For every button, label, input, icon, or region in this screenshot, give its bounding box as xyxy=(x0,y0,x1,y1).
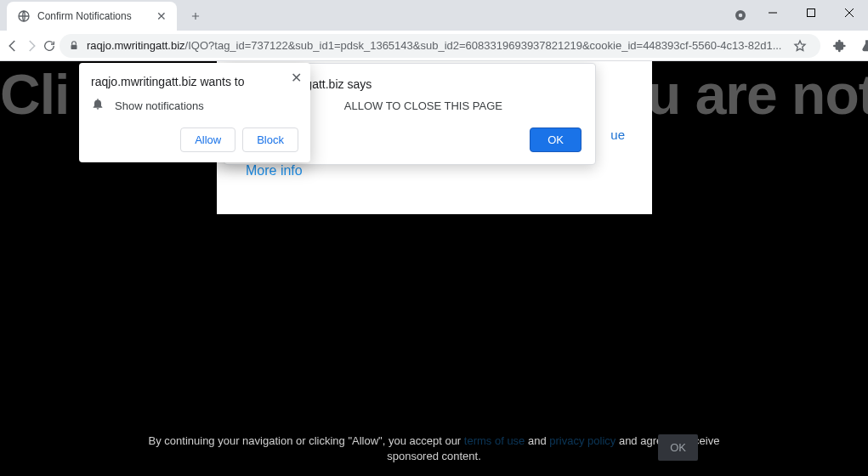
cookie-text: By continuing your navigation or clickin… xyxy=(145,434,723,464)
privacy-policy-link[interactable]: privacy policy xyxy=(549,434,616,447)
terms-of-use-link[interactable]: terms of use xyxy=(464,434,525,447)
allow-button[interactable]: Allow xyxy=(180,128,235,152)
reload-button[interactable] xyxy=(43,34,56,58)
window-controls xyxy=(753,0,868,26)
toolbar-right-icons xyxy=(824,34,868,58)
window-close-button[interactable] xyxy=(830,0,868,26)
profile-indicator-icon[interactable] xyxy=(732,7,749,24)
browser-titlebar: Confirm Notifications ✕ xyxy=(0,0,868,31)
close-icon[interactable]: ✕ xyxy=(288,70,304,85)
cookie-ok-button[interactable]: OK xyxy=(658,434,698,461)
window-maximize-button[interactable] xyxy=(791,0,830,26)
tab-title: Confirm Notifications xyxy=(37,10,155,22)
bell-icon xyxy=(91,97,105,114)
block-button[interactable]: Block xyxy=(242,128,298,152)
forward-button[interactable] xyxy=(24,34,39,58)
globe-icon xyxy=(17,9,31,23)
svg-rect-4 xyxy=(71,44,77,48)
lock-icon[interactable] xyxy=(68,40,80,52)
cookie-consent-bar: By continuing your navigation or clickin… xyxy=(0,425,868,473)
labs-icon[interactable] xyxy=(854,34,868,58)
url-text: raqjo.mwritingatt.biz/IQO?tag_id=737122&… xyxy=(87,39,781,52)
notification-permission-prompt: ✕ raqjo.mwritingatt.biz wants to Show no… xyxy=(79,63,310,162)
continue-link[interactable]: ue xyxy=(610,128,625,142)
tab-close-icon[interactable]: ✕ xyxy=(155,9,168,23)
svg-rect-3 xyxy=(807,9,814,17)
svg-point-2 xyxy=(739,14,743,18)
new-tab-button[interactable] xyxy=(184,4,207,28)
permission-label: Show notifications xyxy=(115,99,204,112)
permission-origin-text: raqjo.mwritingatt.biz wants to xyxy=(91,75,298,88)
more-info-link[interactable]: More info xyxy=(246,163,303,178)
alert-ok-button[interactable]: OK xyxy=(530,128,582,152)
back-button[interactable] xyxy=(5,34,20,58)
browser-toolbar: raqjo.mwritingatt.biz/IQO?tag_id=737122&… xyxy=(0,31,868,61)
address-bar[interactable]: raqjo.mwritingatt.biz/IQO?tag_id=737122&… xyxy=(60,34,820,58)
extensions-icon[interactable] xyxy=(827,34,853,58)
window-minimize-button[interactable] xyxy=(753,0,791,26)
page-content: Click Allow to confirm you are not a ue … xyxy=(0,61,868,476)
browser-tab[interactable]: Confirm Notifications ✕ xyxy=(7,2,177,31)
bookmark-star-icon[interactable] xyxy=(788,34,812,58)
